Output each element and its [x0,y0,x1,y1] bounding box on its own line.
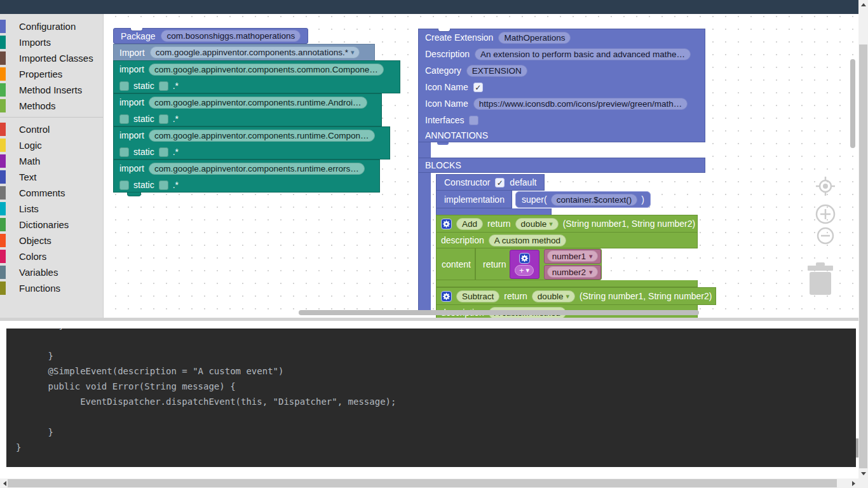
return-label: return [487,219,511,229]
import-block[interactable]: importcom.google.appinventor.components.… [113,60,400,93]
sidebar-item-variables[interactable]: Variables [0,264,103,280]
math-operation-block[interactable]: +▾ [510,250,539,279]
operator-dropdown[interactable]: +▾ [515,265,534,276]
sidebar-item-imports[interactable]: Imports [0,34,103,50]
blockly-workspace[interactable]: Package com.bosonshiggs.mathoperations I… [104,14,858,318]
import-path-field[interactable]: com.google.appinventor.components.runtim… [149,163,365,175]
zoom-reset-icon[interactable] [814,175,837,200]
sidebar-item-properties[interactable]: Properties [0,66,103,82]
variable-block-number1[interactable]: number1▾ [544,249,601,264]
page-vertical-scrollbar[interactable] [858,0,868,478]
static-checkbox[interactable] [119,81,129,91]
category-color-swatch [0,83,6,97]
sidebar-item-lists[interactable]: Lists [0,201,103,217]
constructor-block[interactable]: Constructor✓default implementation super… [436,174,651,216]
zoom-out-icon[interactable] [816,226,835,248]
category-color-swatch [0,20,6,33]
import-block[interactable]: importcom.google.appinventor.components.… [113,93,382,126]
category-color-swatch [0,234,6,247]
mutator-gear-icon[interactable] [441,291,452,302]
return-statement-block[interactable]: return +▾ number1▾ number2▾ [475,248,602,280]
sidebar-item-label: Imported Classes [19,53,93,64]
trash-icon[interactable] [806,262,835,298]
category-color-swatch [0,202,6,215]
content-label: content [436,248,475,280]
import-path-field[interactable]: com.google.appinventor.components.runtim… [149,97,367,109]
static-checkbox[interactable] [119,147,129,157]
sidebar-item-logic[interactable]: Logic [0,137,103,153]
sidebar-item-comments[interactable]: Comments [0,185,103,201]
horizontal-scroll-thumb[interactable] [8,479,837,487]
interfaces-checkbox[interactable] [469,116,478,125]
wildcard-checkbox[interactable] [159,180,168,190]
sidebar-item-functions[interactable]: Functions [0,280,103,296]
extension-name-field[interactable]: MathOperations [498,32,571,44]
sidebar-item-methods[interactable]: Methods [0,98,103,114]
chevron-down-icon: ▾ [549,220,553,227]
method-description-field[interactable]: A custom method [489,234,566,247]
blocks-label: BLOCKS [425,160,461,170]
sidebar-item-imported-classes[interactable]: Imported Classes [0,50,103,66]
import-block[interactable]: importcom.google.appinventor.components.… [113,159,380,193]
workspace-horizontal-scrollbar[interactable] [299,310,699,315]
variable-dropdown[interactable]: number2▾ [547,266,598,278]
icon-name-checkbox[interactable]: ✓ [473,83,483,92]
workspace-vertical-scrollbar[interactable] [850,59,855,148]
variable-block-number2[interactable]: number2▾ [544,265,601,280]
sidebar-item-text[interactable]: Text [0,169,103,185]
method-name-field[interactable]: Subtract [456,290,499,302]
method-name-field[interactable]: Add [456,218,483,230]
vertical-scroll-thumb[interactable] [859,44,867,468]
import-dropdown-value: com.google.appinventor.components.annota… [156,48,348,57]
default-checkbox[interactable]: ✓ [495,178,505,187]
static-checkbox[interactable] [119,180,129,190]
sidebar-item-label: Functions [19,283,60,294]
import-path-field[interactable]: com.google.appinventor.components.runtim… [149,130,375,142]
icon-url-field[interactable]: https://www.iconsdb.com/icons/preview/gr… [473,98,688,110]
mutator-gear-icon[interactable] [519,253,530,264]
static-checkbox[interactable] [119,114,129,124]
scroll-up-button[interactable] [858,0,868,10]
category-field[interactable]: EXTENSION [466,65,527,77]
wildcard-checkbox[interactable] [159,147,168,157]
sidebar-item-colors[interactable]: Colors [0,248,103,264]
wildcard-label: .* [173,114,179,124]
category-color-swatch [0,99,6,112]
scrollbar-corner [858,478,868,488]
method-block-add[interactable]: Add return double▾ (String number1, Stri… [436,215,698,287]
sidebar-item-objects[interactable]: Objects [0,233,103,248]
mutator-gear-icon[interactable] [441,219,452,229]
sidebar-item-math[interactable]: Math [0,153,103,169]
super-context-field[interactable]: container.$context() [551,194,638,206]
variable-name: number1 [552,252,586,261]
return-type-dropdown[interactable]: double▾ [515,218,559,230]
sidebar-item-control[interactable]: Control [0,121,103,137]
scroll-down-button[interactable] [858,469,868,478]
wildcard-checkbox[interactable] [159,81,168,91]
create-extension-block[interactable]: Create ExtensionMathOperations Descripti… [418,29,705,173]
category-color-swatch [0,250,6,263]
variable-dropdown[interactable]: number1▾ [547,250,598,262]
description-field[interactable]: An extension to perform basic and advanc… [475,48,691,60]
import-block[interactable]: importcom.google.appinventor.components.… [113,126,390,159]
sidebar-item-configuration[interactable]: Configuration [0,18,103,34]
scroll-right-button[interactable] [849,478,858,488]
super-call-block[interactable]: super( container.$context() ) [515,191,651,208]
static-label: static [133,180,154,190]
return-type-dropdown[interactable]: double▾ [532,290,575,302]
import-dropdown-block[interactable]: Import com.google.appinventor.components… [113,44,375,61]
constructor-label: Constructor [444,177,490,187]
import-path-field[interactable]: com.google.appinventor.components.common… [149,64,384,76]
zoom-in-icon[interactable] [815,203,836,227]
page-horizontal-scrollbar[interactable] [0,478,858,488]
package-block[interactable]: Package com.bosonshiggs.mathoperations [113,28,308,44]
default-label: default [510,177,536,187]
import-dropdown-field[interactable]: com.google.appinventor.components.annota… [150,46,360,58]
sidebar-item-dictionaries[interactable]: Dictionaries [0,217,103,233]
package-name-field[interactable]: com.bosonshiggs.mathoperations [161,30,301,42]
generated-code-panel[interactable]: } } @SimpleEvent(description = "A custom… [6,329,856,467]
wildcard-checkbox[interactable] [159,114,168,124]
arrow-left-icon [3,481,6,486]
arrow-up-icon [861,3,866,6]
sidebar-item-method-inserts[interactable]: Method Inserts [0,82,103,98]
